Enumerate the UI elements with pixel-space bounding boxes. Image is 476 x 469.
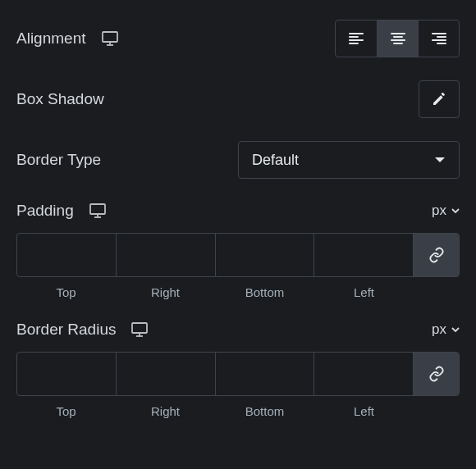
radius-left-input[interactable] — [314, 353, 413, 395]
link-icon — [428, 366, 445, 382]
padding-label-group: Padding — [16, 202, 107, 220]
chevron-down-icon — [434, 156, 446, 164]
desktop-icon[interactable] — [89, 203, 107, 219]
padding-inputs — [16, 233, 460, 277]
border-type-value: Default — [252, 152, 299, 169]
chevron-down-icon — [451, 327, 460, 333]
align-center-button[interactable] — [377, 20, 418, 57]
padding-top-input[interactable] — [17, 234, 116, 276]
link-icon — [428, 247, 445, 263]
border-radius-sublabels: Top Right Bottom Left — [16, 396, 414, 418]
svg-rect-15 — [90, 204, 105, 214]
box-shadow-label-group: Box Shadow — [16, 90, 104, 108]
border-radius-unit-select[interactable]: px — [432, 321, 460, 338]
padding-top-sublabel: Top — [16, 285, 116, 299]
padding-right-sublabel: Right — [116, 285, 215, 299]
alignment-row: Alignment — [16, 20, 460, 57]
radius-bottom-sublabel: Bottom — [215, 404, 314, 418]
padding-label: Padding — [16, 202, 74, 220]
border-radius-block: Border Radius px — [16, 321, 460, 418]
border-radius-label: Border Radius — [16, 321, 116, 339]
desktop-icon[interactable] — [101, 30, 119, 47]
radius-right-input[interactable] — [117, 353, 215, 395]
radius-top-sublabel: Top — [16, 404, 116, 418]
border-radius-header: Border Radius px — [16, 321, 460, 339]
padding-unit-select[interactable]: px — [432, 203, 460, 219]
radius-left-sublabel: Left — [314, 404, 414, 418]
border-type-label-group: Border Type — [16, 151, 101, 169]
padding-top-cell — [17, 234, 116, 276]
padding-sublabels: Top Right Bottom Left — [16, 277, 414, 299]
padding-unit-value: px — [432, 203, 446, 219]
padding-bottom-cell — [215, 234, 314, 276]
radius-left-cell — [314, 353, 413, 395]
svg-rect-18 — [132, 323, 147, 333]
box-shadow-label: Box Shadow — [16, 90, 104, 108]
padding-header: Padding px — [16, 202, 460, 220]
border-type-label: Border Type — [16, 151, 101, 169]
svg-rect-0 — [103, 32, 117, 42]
desktop-icon[interactable] — [130, 321, 149, 338]
chevron-down-icon — [451, 208, 460, 214]
padding-left-cell — [314, 234, 413, 276]
radius-right-cell — [116, 353, 215, 395]
border-radius-label-group: Border Radius — [16, 321, 149, 339]
radius-top-cell — [17, 353, 116, 395]
border-type-row: Border Type Default — [16, 141, 460, 179]
padding-right-cell — [116, 234, 215, 276]
align-right-button[interactable] — [418, 20, 459, 57]
alignment-label: Alignment — [16, 30, 86, 48]
border-radius-inputs — [16, 352, 460, 396]
radius-bottom-cell — [215, 353, 314, 395]
padding-right-input[interactable] — [117, 234, 215, 276]
align-left-button[interactable] — [336, 20, 377, 57]
radius-top-input[interactable] — [17, 353, 116, 395]
radius-bottom-input[interactable] — [216, 353, 314, 395]
box-shadow-row: Box Shadow — [16, 80, 460, 118]
padding-bottom-input[interactable] — [216, 234, 314, 276]
padding-left-sublabel: Left — [314, 285, 414, 299]
padding-bottom-sublabel: Bottom — [215, 285, 314, 299]
radius-right-sublabel: Right — [116, 404, 215, 418]
border-radius-unit-value: px — [432, 321, 446, 338]
padding-link-button[interactable] — [413, 234, 459, 276]
box-shadow-edit-button[interactable] — [419, 80, 460, 118]
padding-block: Padding px — [16, 202, 460, 299]
border-radius-link-button[interactable] — [413, 353, 459, 395]
pencil-icon — [431, 91, 447, 107]
border-type-select[interactable]: Default — [238, 141, 460, 179]
padding-left-input[interactable] — [314, 234, 413, 276]
alignment-label-group: Alignment — [16, 30, 119, 48]
alignment-button-group — [335, 20, 460, 57]
